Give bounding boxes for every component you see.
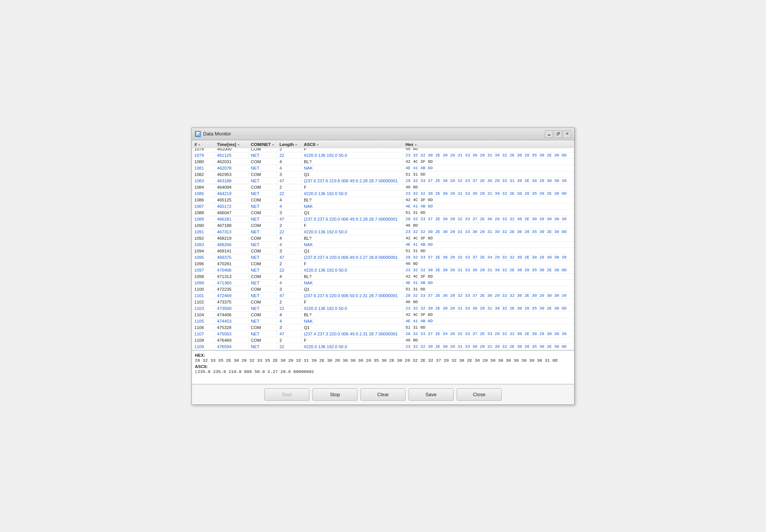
cell-num: 1093 — [192, 241, 215, 248]
table-row[interactable]: 1101472469NET47(237.6 237.6 220.0 006 50… — [192, 292, 574, 299]
cell-time: 470281 — [215, 260, 249, 267]
table-row[interactable]: 1083463188NET47(237.6 237.6 219.8 006 49… — [192, 177, 574, 184]
table-row[interactable]: 1087465172NET4NAK4E 41 4B 0D — [192, 203, 574, 209]
cell-ascii: #220.0 136 192.0 50.0 — [302, 152, 403, 158]
table-row[interactable]: 1084464094COM2F46 0D — [192, 184, 574, 190]
table-row[interactable]: 1107475563NET47(237.4 237.3 220.0 006 49… — [192, 331, 574, 337]
cell-type: NET — [249, 216, 277, 222]
table-row[interactable]: 1093468266NET4NAK4E 41 4B 0D — [192, 241, 574, 248]
cell-hex: 4E 41 4B 0D — [403, 280, 574, 286]
table-header-row: # Time[ms] COM/NET Length ASCII Hex — [192, 140, 574, 148]
table-row[interactable]: 1082462953COM3Q151 31 0D — [192, 171, 574, 177]
cell-type: NET — [249, 318, 277, 324]
table-row[interactable]: 1091467313NET22#220.0 136 192.0 50.023 3… — [192, 228, 574, 235]
clear-button[interactable]: Clear — [360, 388, 406, 401]
cell-num: 1107 — [192, 331, 215, 337]
table-row[interactable]: 1081462078NET4NAK4E 41 4B 0D — [192, 165, 574, 171]
table-row[interactable]: 1089466281NET47(237.9 237.6 220.0 006 49… — [192, 216, 574, 222]
cell-num: 1089 — [192, 216, 215, 222]
table-row[interactable]: 1088466047COM3Q151 31 0D — [192, 209, 574, 216]
data-table-container[interactable]: # Time[ms] COM/NET Length ASCII Hex 1073… — [192, 140, 574, 350]
cell-type: NET — [249, 343, 277, 350]
table-row[interactable]: 1092468219COM4BL?42 4C 3F 0D — [192, 235, 574, 241]
cell-ascii: F — [302, 222, 403, 228]
cell-type: COM — [249, 171, 277, 177]
cell-time: 468219 — [215, 235, 249, 241]
cell-time: 465125 — [215, 197, 249, 203]
cell-num: 1106 — [192, 324, 215, 331]
cell-ascii: F — [302, 299, 403, 305]
close-window-button[interactable]: ✕ — [563, 130, 571, 138]
table-row[interactable]: 1106475328COM3Q151 31 0D — [192, 324, 574, 331]
table-row[interactable]: 1097470406NET22#220.0 136 192.0 50.023 3… — [192, 267, 574, 273]
cell-ascii: NAK — [302, 241, 403, 248]
cell-time: 466281 — [215, 216, 249, 222]
cell-length: 3 — [277, 171, 302, 177]
cell-type: COM — [249, 184, 277, 190]
table-row[interactable]: 1100472235COM3Q151 31 0D — [192, 286, 574, 292]
cell-length: 4 — [277, 311, 302, 318]
cell-length: 22 — [277, 305, 302, 311]
app-icon: 📊 — [195, 131, 201, 137]
cell-type: COM — [249, 235, 277, 241]
table-row[interactable]: 1086465125COM4BL?42 4C 3F 0D — [192, 197, 574, 203]
ascii-value: (235.0 235.0 219.8 006 50.0 2.27 28.6 00… — [195, 369, 314, 374]
cell-time: 471360 — [215, 280, 249, 286]
col-header-comnet[interactable]: COM/NET — [249, 140, 277, 148]
table-row[interactable]: 1096470281COM2F46 0D — [192, 260, 574, 267]
cell-num: 1088 — [192, 209, 215, 216]
hex-label: HEX: — [195, 353, 205, 358]
table-row[interactable]: 1109476594NET22#220.0 136 192.0 50.023 3… — [192, 343, 574, 350]
minimize-button[interactable]: 🗕 — [545, 130, 553, 138]
table-row[interactable]: 1095469375NET47(237.8 237.4 220.0 006 49… — [192, 254, 574, 260]
save-button[interactable]: Save — [409, 388, 454, 401]
hex-value: 28 32 33 35 2E 30 20 32 33 35 2E 30 20 3… — [195, 358, 558, 363]
stop-button[interactable]: Stop — [312, 388, 357, 401]
cell-num: 1104 — [192, 311, 215, 318]
data-table: # Time[ms] COM/NET Length ASCII Hex 1073… — [192, 140, 574, 350]
cell-hex: 23 32 32 30 2E 30 20 31 33 36 20 31 39 3… — [403, 267, 574, 273]
col-header-hex[interactable]: Hex — [403, 140, 574, 148]
cell-hex: 51 31 0D — [403, 171, 574, 177]
col-header-ascii[interactable]: ASCII — [302, 140, 403, 148]
cell-type: COM — [249, 311, 277, 318]
col-header-length[interactable]: Length — [277, 140, 302, 148]
cell-time: 471313 — [215, 273, 249, 280]
cell-hex: 51 31 0D — [403, 248, 574, 254]
cell-length: 22 — [277, 343, 302, 350]
cell-time: 475563 — [215, 331, 249, 337]
cell-hex: 28 32 33 37 2E 36 20 32 33 37 2E 36 20 3… — [403, 292, 574, 299]
cell-type: COM — [249, 299, 277, 305]
table-row[interactable]: 1094469141COM3Q151 31 0D — [192, 248, 574, 254]
col-header-time[interactable]: Time[ms] — [215, 140, 249, 148]
table-row[interactable]: 1080462031COM4BL?42 4C 3F 0D — [192, 158, 574, 165]
start-button[interactable]: Start — [264, 388, 309, 401]
cell-time: 467188 — [215, 222, 249, 228]
table-row[interactable]: 1099471360NET4NAK4E 41 4B 0D — [192, 280, 574, 286]
cell-hex: 4E 41 4B 0D — [403, 241, 574, 248]
cell-time: 462078 — [215, 165, 249, 171]
table-row[interactable]: 1098471313COM4BL?42 4C 3F 0D — [192, 273, 574, 280]
cell-num: 1090 — [192, 222, 215, 228]
table-row[interactable]: 1104474406COM4BL?42 4C 3F 0D — [192, 311, 574, 318]
cell-length: 3 — [277, 248, 302, 254]
table-row[interactable]: 1102473375COM2F46 0D — [192, 299, 574, 305]
maximize-button[interactable]: 🗗 — [554, 130, 562, 138]
close-button[interactable]: Close — [457, 388, 502, 401]
ascii-label: ASCII: — [195, 364, 208, 369]
cell-hex: 46 0D — [403, 299, 574, 305]
col-header-num[interactable]: # — [192, 140, 215, 148]
table-row[interactable]: 1085464219NET22#220.0 136 192.0 50.023 3… — [192, 190, 574, 197]
table-row[interactable]: 1090467188COM2F46 0D — [192, 222, 574, 228]
cell-time: 474406 — [215, 311, 249, 318]
table-row[interactable]: 1079461125NET22#220.0 136 192.0 50.023 3… — [192, 152, 574, 158]
table-row[interactable]: 1105474453NET4NAK4E 41 4B 0D — [192, 318, 574, 324]
data-monitor-window: 📊 Data Monitor 🗕 🗗 ✕ # Time[ms] COM/NET … — [192, 128, 574, 405]
cell-type: COM — [249, 222, 277, 228]
cell-num: 1084 — [192, 184, 215, 190]
table-row[interactable]: 1103473500NET22#220.0 136 192.0 50.023 3… — [192, 305, 574, 311]
cell-num: 1081 — [192, 165, 215, 171]
cell-time: 462953 — [215, 171, 249, 177]
table-row[interactable]: 1108476469COM2F46 0D — [192, 337, 574, 343]
cell-type: NET — [249, 190, 277, 197]
